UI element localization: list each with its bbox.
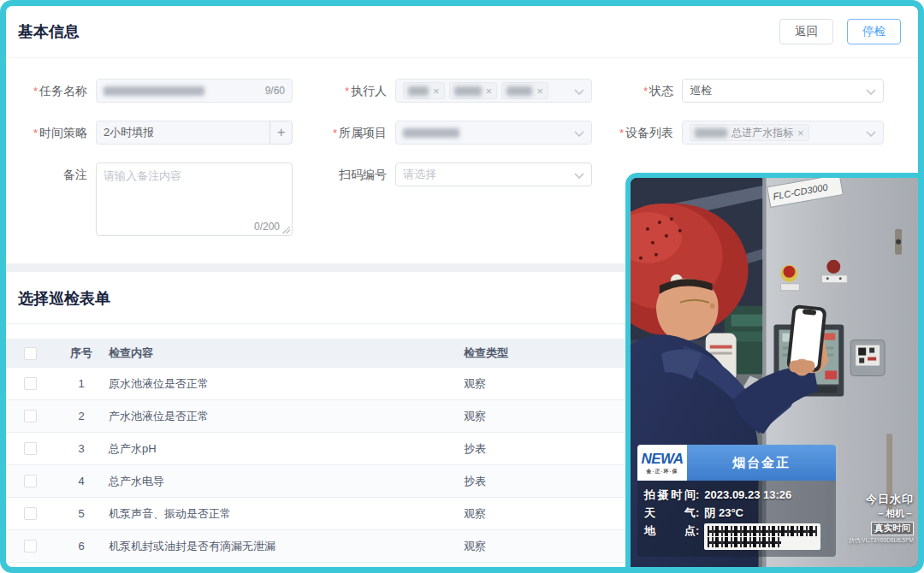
row-no: 4 (54, 475, 109, 487)
row-content: 原水池液位是否正常 (109, 376, 464, 392)
row-no: 6 (54, 540, 109, 552)
time-strategy-input[interactable]: 2小时填报 (96, 121, 270, 145)
row-no: 1 (54, 377, 109, 390)
select-all-checkbox[interactable] (24, 347, 37, 360)
chevron-down-icon (866, 127, 876, 139)
row-content: 机泵声音、振动是否正常 (109, 506, 464, 522)
row-checkbox[interactable] (24, 410, 37, 422)
watermark-app-stamp: 今日水印 －相机－ 真实时间 防伪:VL.T3Y69D6U6.5PM (849, 492, 914, 545)
photo-watermark: NEWA 金·正·环·保 烟台金正 拍摄时间: 2023.09.23 13:26… (637, 445, 836, 557)
field-scan-code: 扫码编号 请选择 (301, 162, 598, 236)
scan-code-select[interactable]: 请选择 (395, 162, 592, 186)
newa-logo: NEWA 金·正·环·保 (637, 445, 687, 481)
row-content: 产水池液位是否正常 (109, 409, 464, 424)
remark-counter: 0/200 (254, 221, 280, 233)
redacted-location (704, 523, 820, 550)
page-title: 基本信息 (18, 21, 80, 42)
field-status: *状态 巡检 (598, 79, 897, 103)
real-time-badge: 真实时间 (871, 522, 914, 535)
stop-inspection-button[interactable]: 停检 (847, 19, 901, 44)
executor-label: 执行人 (351, 84, 387, 97)
shoot-time-value: 2023.09.23 13:26 (704, 486, 791, 504)
app-window: 基本信息 返回 停检 *任务名称 9/60 *执行人 (0, 0, 924, 573)
executor-tag: × (403, 82, 445, 99)
chevron-down-icon (866, 85, 876, 97)
remark-placeholder: 请输入备注内容 (104, 169, 181, 182)
field-executor: *执行人 × × × (301, 79, 598, 103)
device-list-multiselect[interactable]: 总进产水指标× (682, 121, 884, 145)
column-header-no: 序号 (54, 346, 109, 361)
chevron-down-icon (574, 168, 584, 181)
anti-fake-code: 防伪:VL.T3Y69D6U6.5PM (849, 537, 914, 545)
redacted-project-name (403, 128, 459, 138)
status-value: 巡检 (690, 83, 712, 98)
time-strategy-label: 时间策略 (39, 126, 87, 139)
task-name-input[interactable]: 9/60 (96, 79, 293, 103)
site-photo-overlay: FLC-CD3000 (625, 173, 918, 567)
row-no: 3 (54, 442, 109, 455)
tag-remove-icon[interactable]: × (433, 86, 440, 97)
field-remark: 备注 请输入备注内容 0/200 (6, 162, 301, 236)
row-checkbox[interactable] (24, 507, 37, 520)
row-checkbox[interactable] (24, 377, 37, 390)
row-content: 总产水电导 (109, 474, 464, 489)
weather-row: 天气: 阴 23°C (644, 504, 829, 522)
column-header-content: 检查内容 (109, 346, 464, 361)
row-no: 2 (54, 410, 109, 422)
task-name-label: 任务名称 (39, 84, 87, 97)
row-no: 5 (54, 507, 109, 520)
device-list-label: 设备列表 (625, 126, 673, 139)
device-tag-text: 总进产水指标 (732, 126, 793, 140)
redacted-task-name (104, 86, 204, 96)
executor-multiselect[interactable]: × × × (395, 79, 592, 103)
row-checkbox[interactable] (24, 442, 37, 455)
tag-remove-icon[interactable]: × (536, 86, 543, 97)
device-tag: 总进产水指标× (690, 124, 809, 141)
chevron-down-icon (574, 85, 584, 97)
executor-tag: × (501, 82, 548, 99)
project-select[interactable] (395, 121, 592, 145)
chevron-down-icon (574, 127, 584, 139)
scan-code-placeholder: 请选择 (403, 167, 436, 182)
field-device-list: *设备列表 总进产水指标× (598, 121, 897, 145)
status-select[interactable]: 巡检 (682, 79, 884, 103)
task-name-counter: 9/60 (265, 80, 285, 102)
field-task-name: *任务名称 9/60 (6, 79, 301, 103)
row-checkbox[interactable] (24, 540, 37, 552)
tag-remove-icon[interactable]: × (797, 127, 804, 139)
field-time-strategy: *时间策略 2小时填报 + (6, 121, 301, 145)
company-name: 烟台金正 (687, 445, 836, 481)
scan-code-label: 扫码编号 (339, 168, 387, 181)
status-label: 状态 (649, 84, 673, 97)
location-row: 地点: (644, 522, 829, 550)
weather-value: 阴 23°C (704, 504, 743, 522)
required-mark: * (33, 85, 38, 97)
tag-remove-icon[interactable]: × (486, 86, 493, 97)
remark-textarea[interactable]: 请输入备注内容 0/200 (96, 162, 293, 236)
project-label: 所属项目 (339, 126, 387, 139)
executor-tag: × (449, 82, 498, 99)
row-content: 机泵机封或油封是否有滴漏无泄漏 (109, 539, 464, 554)
row-content: 总产水pH (109, 441, 464, 457)
row-checkbox[interactable] (24, 475, 37, 487)
back-button[interactable]: 返回 (779, 19, 833, 44)
add-time-strategy-button[interactable]: + (270, 121, 293, 145)
remark-label: 备注 (63, 168, 87, 181)
resize-handle-icon[interactable] (282, 226, 290, 233)
field-project: *所属项目 (301, 121, 598, 145)
shoot-time-row: 拍摄时间: 2023.09.23 13:26 (644, 486, 829, 504)
time-strategy-value: 2小时填报 (104, 125, 154, 140)
